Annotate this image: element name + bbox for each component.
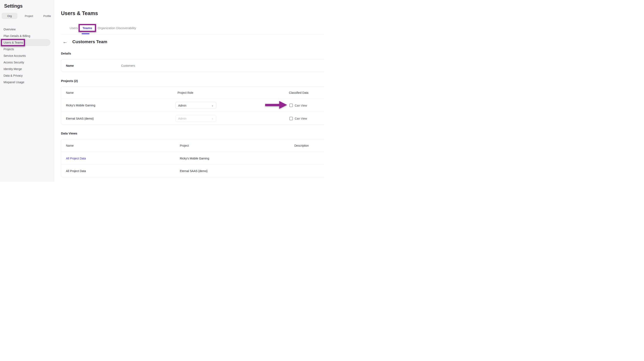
sidebar-item-identity-merge[interactable]: Identity Merge [0,66,54,72]
project-row-rickys-mobile-gaming: Ricky's Mobile Gaming Admin ⌄ Can View [61,99,324,112]
details-name-label: Name [66,64,121,67]
project-row-eternal-saas: Eternal SAAS {demo} Admin ⌄ Can View [61,112,324,125]
chevron-down-icon: ⌄ [211,104,214,107]
sidebar-item-users-teams[interactable]: Users & Teams [0,39,54,46]
projects-table: Name Project Role Classified Data Ricky'… [61,86,324,125]
project-name: Ricky's Mobile Gaming [66,104,95,107]
sidebar-title: Settings [4,3,54,9]
classified-data-cell: Can View [289,117,307,120]
col-header-description: Description [294,144,309,147]
data-view-row: All Project Data Ricky's Mobile Gaming [61,152,324,165]
details-heading: Details [61,52,71,55]
data-views-table: Name Project Description All Project Dat… [61,139,324,177]
sidebar-item-mixpanel-usage[interactable]: Mixpanel Usage [0,79,54,85]
tab-organization-discoverability[interactable]: Organization Discoverability [98,26,136,30]
data-view-project: Ricky's Mobile Gaming [180,157,209,160]
col-header-project: Project [180,144,189,147]
can-view-checkbox[interactable] [289,117,293,120]
data-views-header-row: Name Project Description [61,139,324,152]
sidebar-item-data-privacy[interactable]: Data & Privacy [0,72,54,79]
col-header-project-role: Project Role [178,91,193,94]
sidebar-item-access-security[interactable]: Access Security [0,59,54,66]
data-view-link[interactable]: All Project Data [66,157,86,160]
tab-teams[interactable]: Teams [82,26,92,30]
can-view-label: Can View [295,117,307,120]
data-view-project: Eternal SAAS {demo} [180,169,208,173]
sidebar-scope-tabs: Org Project Profile [2,13,54,19]
scope-tab-org[interactable]: Org [2,13,17,19]
sidebar-item-projects[interactable]: Projects [0,46,54,52]
main-content: Users & Teams Users Teams Organization D… [54,0,324,182]
can-view-label: Can View [295,104,307,107]
project-role-value: Admin [178,104,186,107]
project-role-select-disabled: Admin ⌄ [175,115,216,122]
projects-heading: Projects (2) [61,79,78,83]
scope-tab-project[interactable]: Project [21,13,37,19]
users-teams-tabs: Users Teams Organization Discoverability [70,24,136,32]
data-views-heading: Data Views [61,132,77,135]
project-name: Eternal SAAS {demo} [66,117,94,120]
projects-header-row: Name Project Role Classified Data [61,86,324,99]
details-card: Name Customers [61,59,324,72]
sidebar: Settings Org Project Profile Overview Pl… [0,0,54,182]
scope-tab-profile[interactable]: Profile [40,13,54,19]
details-name-value: Customers [121,64,135,67]
annotation-box-teams-tab: Teams [78,24,96,32]
data-view-row: All Project Data Eternal SAAS {demo} [61,165,324,177]
tab-users[interactable]: Users [70,26,78,30]
team-header: ← Customers Team [62,39,107,44]
col-header-name: Name [66,91,74,94]
settings-page: Settings Org Project Profile Overview Pl… [0,0,324,182]
can-view-checkbox[interactable] [289,104,293,107]
sidebar-item-service-accounts[interactable]: Service Accounts [0,52,54,59]
page-title: Users & Teams [61,10,98,16]
tabs-divider [61,34,324,34]
project-role-select[interactable]: Admin ⌄ [175,102,216,109]
data-view-name: All Project Data [66,169,86,173]
classified-data-cell: Can View [289,104,307,107]
sidebar-nav: Overview Plan Details & Billing Users & … [0,26,54,85]
project-role-value: Admin [178,117,186,120]
back-arrow-icon[interactable]: ← [62,39,68,44]
col-header-name: Name [66,144,74,147]
team-title: Customers Team [72,39,107,44]
chevron-down-icon: ⌄ [211,117,214,120]
col-header-classified-data: Classified Data [289,91,308,94]
sidebar-item-overview[interactable]: Overview [0,26,54,33]
sidebar-item-plan-details-billing[interactable]: Plan Details & Billing [0,33,54,39]
